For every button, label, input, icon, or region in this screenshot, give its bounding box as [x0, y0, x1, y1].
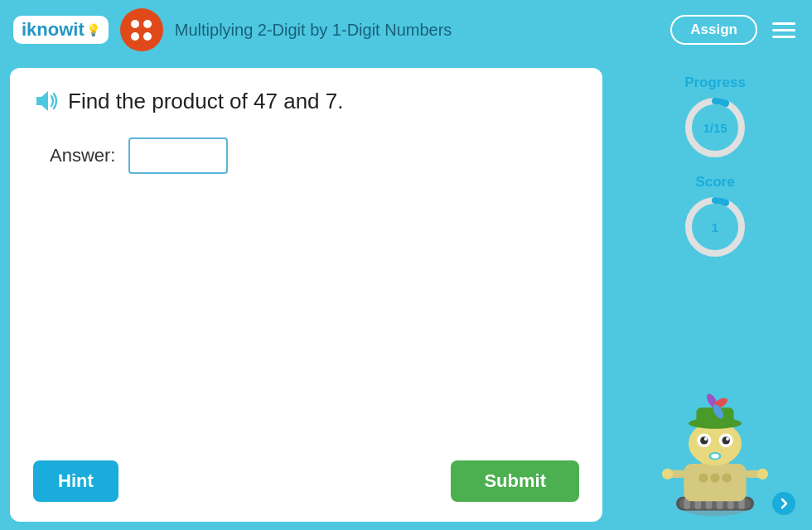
- svg-point-22: [726, 437, 729, 441]
- progress-section: Progress 1/15: [682, 75, 748, 161]
- svg-point-35: [698, 473, 708, 482]
- question-content: Find the product of 47 and 7.: [68, 89, 343, 114]
- score-section: Score 1: [682, 174, 748, 260]
- hint-button[interactable]: Hint: [33, 460, 118, 502]
- hamburger-line: [772, 29, 795, 31]
- menu-button[interactable]: [769, 19, 799, 41]
- header: iknowit 💡 Multiplying 2-Digit by 1-Digit…: [0, 0, 812, 60]
- hamburger-line: [772, 22, 795, 25]
- sidebar: Progress 1/15 Score 1: [628, 68, 802, 522]
- svg-point-34: [757, 469, 768, 479]
- submit-button[interactable]: Submit: [451, 460, 579, 502]
- question-area: Find the product of 47 and 7. Answer:: [33, 88, 579, 452]
- dot: [143, 32, 152, 41]
- progress-value: 1/15: [703, 121, 727, 135]
- svg-point-19: [700, 436, 708, 444]
- robot-character: [657, 386, 773, 518]
- progress-label: Progress: [684, 75, 746, 91]
- dot: [143, 20, 152, 28]
- answer-input[interactable]: [128, 137, 228, 174]
- svg-point-20: [722, 436, 729, 444]
- answer-label: Answer:: [50, 145, 115, 166]
- svg-point-33: [662, 469, 673, 479]
- bulb-icon: 💡: [86, 23, 100, 36]
- lesson-title: Multiplying 2-Digit by 1-Digit Numbers: [175, 21, 660, 40]
- logo-text: iknowit: [22, 21, 85, 39]
- score-label: Score: [695, 174, 734, 190]
- progress-circle: 1/15: [682, 94, 748, 161]
- nav-arrow-button[interactable]: [772, 492, 795, 515]
- answer-row: Answer:: [50, 137, 579, 174]
- logo: iknowit 💡: [13, 16, 109, 44]
- content-panel: Find the product of 47 and 7. Answer: Hi…: [10, 68, 602, 522]
- dice-icon: [120, 8, 163, 51]
- panel-divider: [614, 68, 616, 522]
- dot: [131, 32, 139, 41]
- svg-rect-14: [684, 464, 746, 501]
- dot: [131, 20, 139, 28]
- robot-area: [657, 273, 773, 522]
- svg-point-21: [704, 437, 708, 441]
- main-area: Find the product of 47 and 7. Answer: Hi…: [0, 60, 812, 530]
- hamburger-line: [772, 36, 795, 38]
- score-circle: 1: [682, 194, 748, 260]
- score-value: 1: [712, 220, 718, 234]
- svg-point-24: [711, 454, 718, 459]
- bottom-buttons: Hint Submit: [33, 460, 579, 502]
- speaker-icon[interactable]: [33, 88, 60, 114]
- dice-dots: [124, 13, 158, 47]
- question-text: Find the product of 47 and 7.: [33, 88, 579, 114]
- svg-point-36: [710, 473, 719, 482]
- svg-marker-0: [36, 91, 48, 111]
- svg-point-37: [722, 473, 731, 482]
- assign-button[interactable]: Assign: [670, 15, 757, 45]
